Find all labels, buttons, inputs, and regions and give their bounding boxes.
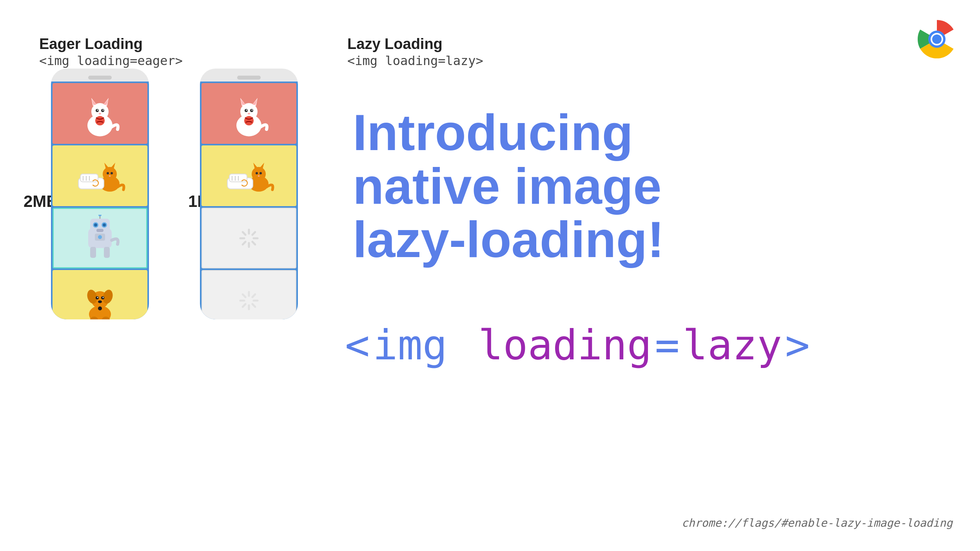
eager-sneaker-card bbox=[53, 145, 147, 206]
footer-url: chrome://flags/#enable-lazy-image-loadin… bbox=[682, 517, 953, 529]
svg-marker-19 bbox=[111, 163, 115, 169]
lazy-label-block: Lazy Loading <img loading=lazy> bbox=[347, 35, 483, 68]
svg-point-64 bbox=[248, 113, 250, 114]
svg-line-93 bbox=[252, 294, 255, 297]
cat-illustration bbox=[76, 90, 123, 137]
introducing-text-block: Introducing native image lazy-loading! bbox=[353, 106, 949, 266]
intro-line-3: lazy-loading! bbox=[353, 213, 949, 266]
svg-point-15 bbox=[95, 116, 105, 125]
lazy-loading-card-2 bbox=[201, 270, 296, 319]
svg-line-83 bbox=[243, 232, 245, 235]
svg-point-41 bbox=[98, 235, 102, 239]
lazy-code: <img loading=lazy> bbox=[347, 53, 483, 68]
svg-point-62 bbox=[246, 109, 247, 111]
svg-point-14 bbox=[99, 113, 101, 114]
code-bracket-open: < bbox=[345, 321, 370, 369]
svg-marker-18 bbox=[104, 163, 109, 169]
lazy-sneaker-illustration bbox=[223, 156, 274, 196]
phone-eager bbox=[51, 69, 149, 319]
intro-line-1: Introducing bbox=[353, 106, 949, 160]
svg-point-67 bbox=[252, 167, 266, 181]
svg-point-49 bbox=[103, 297, 104, 298]
svg-rect-37 bbox=[96, 229, 103, 232]
svg-point-63 bbox=[252, 109, 253, 111]
svg-point-34 bbox=[103, 223, 106, 227]
code-display: <img loading=lazy> bbox=[345, 321, 956, 369]
lazy-sneaker-card bbox=[201, 145, 296, 206]
section-labels: Eager Loading <img loading=eager> Lazy L… bbox=[39, 35, 483, 68]
intro-line-2: native image bbox=[353, 160, 949, 213]
svg-point-72 bbox=[258, 175, 260, 176]
svg-point-65 bbox=[244, 116, 254, 125]
svg-line-84 bbox=[252, 241, 255, 244]
svg-rect-39 bbox=[104, 247, 110, 258]
svg-point-12 bbox=[97, 109, 98, 111]
svg-point-50 bbox=[98, 300, 102, 303]
code-img-tag: img bbox=[373, 321, 447, 369]
code-lazy-val: lazy bbox=[683, 321, 782, 369]
chrome-logo bbox=[913, 16, 960, 63]
svg-line-92 bbox=[252, 304, 255, 306]
dog-illustration bbox=[80, 277, 120, 320]
lazy-cat-illustration-2 bbox=[225, 90, 272, 137]
svg-point-51 bbox=[98, 306, 102, 310]
spinner-icon-1 bbox=[237, 227, 261, 250]
svg-point-22 bbox=[109, 175, 111, 176]
code-equals: = bbox=[655, 321, 680, 369]
code-space bbox=[450, 321, 475, 369]
phone-lazy bbox=[200, 69, 298, 319]
lazy-phone-screen bbox=[200, 82, 298, 319]
eager-label-block: Eager Loading <img loading=eager> bbox=[39, 35, 183, 68]
svg-point-70 bbox=[256, 172, 258, 174]
svg-point-33 bbox=[94, 223, 97, 227]
eager-code: <img loading=eager> bbox=[39, 53, 183, 68]
robot-illustration bbox=[78, 215, 122, 262]
svg-rect-38 bbox=[90, 247, 96, 258]
svg-point-36 bbox=[98, 215, 102, 216]
svg-line-86 bbox=[243, 241, 245, 244]
svg-marker-69 bbox=[260, 163, 264, 169]
code-loading-key: loading bbox=[478, 321, 652, 369]
svg-point-17 bbox=[103, 167, 117, 181]
svg-point-13 bbox=[103, 109, 104, 111]
svg-point-48 bbox=[97, 297, 98, 298]
spinner-icon-2 bbox=[237, 289, 261, 312]
eager-dog-card bbox=[53, 270, 147, 319]
sneaker-illustration bbox=[74, 156, 125, 196]
svg-point-71 bbox=[260, 172, 262, 174]
svg-point-2 bbox=[932, 34, 942, 44]
svg-line-94 bbox=[243, 304, 245, 306]
svg-point-20 bbox=[107, 172, 109, 174]
lazy-cat-card bbox=[201, 83, 296, 144]
eager-cat-card bbox=[53, 83, 147, 144]
svg-line-85 bbox=[252, 232, 255, 235]
svg-marker-68 bbox=[253, 163, 258, 169]
eager-phone-screen bbox=[51, 82, 149, 319]
svg-line-91 bbox=[243, 294, 245, 297]
code-bracket-close: > bbox=[785, 321, 810, 369]
eager-robot-card bbox=[53, 208, 147, 268]
lazy-loading-card-1 bbox=[201, 208, 296, 268]
lazy-title: Lazy Loading bbox=[347, 35, 483, 53]
eager-title: Eager Loading bbox=[39, 35, 183, 53]
svg-point-21 bbox=[111, 172, 113, 174]
